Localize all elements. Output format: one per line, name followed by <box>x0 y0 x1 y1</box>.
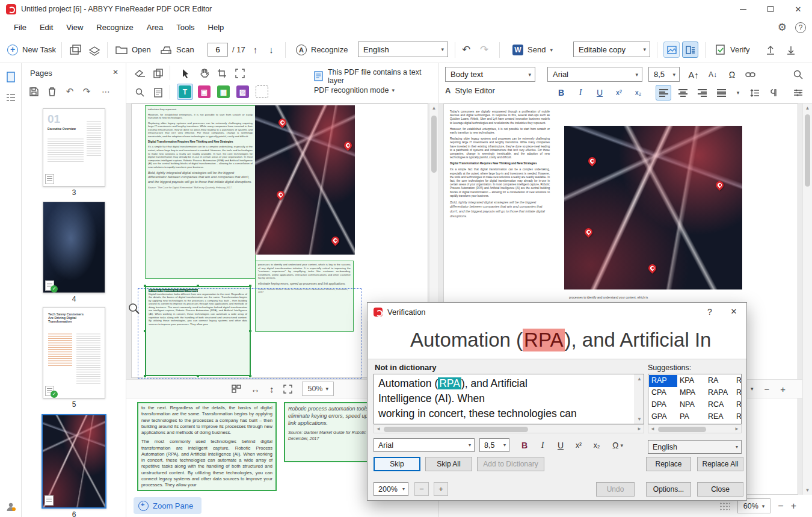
pan-hand-icon[interactable] <box>196 66 212 81</box>
hyperlink-icon[interactable] <box>742 67 758 82</box>
zoom-in-icon[interactable]: + <box>791 501 796 512</box>
increase-font-icon[interactable]: A↑ <box>686 67 701 82</box>
save-results-icon[interactable] <box>786 37 796 63</box>
fit-selection-icon[interactable] <box>232 66 248 81</box>
dialog-symbol-button[interactable]: Ω ▾ <box>607 438 629 452</box>
font-size-select[interactable]: 8,5 ▾ <box>648 67 680 82</box>
send-button[interactable]: W Send ▾ <box>512 37 553 63</box>
pages-close-icon[interactable]: ✕ <box>112 68 118 76</box>
notification-icon[interactable] <box>4 500 17 513</box>
align-center-button[interactable] <box>675 85 691 101</box>
suggestions-hscrollbar[interactable]: ◄ ► <box>648 424 742 433</box>
scan-button[interactable]: Scan <box>160 37 194 63</box>
line-spacing-icon[interactable] <box>747 85 763 101</box>
zoom-out-icon[interactable]: − <box>778 501 783 512</box>
suggestion-item[interactable]: REA <box>706 411 734 423</box>
redo-page-icon[interactable]: ↷ <box>81 85 93 98</box>
context-text-editor[interactable]: Automation (RPA), and Artificial Intelli… <box>374 374 644 424</box>
scroll-down-icon[interactable]: ▼ <box>803 486 812 495</box>
style-editor-button[interactable]: A Style Editor <box>445 86 495 95</box>
pages-panel-icon[interactable] <box>4 70 17 84</box>
page-number-input[interactable] <box>208 43 228 57</box>
outline-panel-icon[interactable] <box>4 91 17 104</box>
dialog-italic-button[interactable]: I <box>535 438 550 452</box>
align-right-button[interactable] <box>694 85 710 101</box>
superscript-button[interactable]: x² <box>611 85 627 101</box>
context-scrollbar[interactable]: ▲ ▼ <box>635 374 644 424</box>
menu-view[interactable]: View <box>60 20 90 35</box>
zoom-out-icon[interactable]: − <box>764 384 769 394</box>
scrollbar-thumb[interactable] <box>431 116 437 173</box>
dialog-zoom-select[interactable]: 200% ▾ <box>374 482 408 496</box>
menu-edit[interactable]: Edit <box>33 20 60 35</box>
page-thumbnail-6-selected[interactable] <box>42 414 106 509</box>
font-family-select[interactable]: Arial ▾ <box>547 67 642 82</box>
view-image-only-toggle[interactable] <box>663 42 680 58</box>
new-task-button[interactable]: + New Task <box>7 37 56 63</box>
suggestions-list[interactable]: RAP KPA RA R CPA MPA RAPA R DPA NPA RCA … <box>648 374 742 424</box>
draw-region-tool[interactable] <box>254 84 270 100</box>
menu-tools[interactable]: Tools <box>170 20 201 35</box>
scroll-left-icon[interactable]: ◄ <box>376 426 381 432</box>
image-region-tool[interactable]: ▣ <box>196 84 212 100</box>
fit-width-icon[interactable]: ↔ <box>251 384 260 394</box>
dialog-font-select[interactable]: Arial ▾ <box>374 438 475 452</box>
copy-area-icon[interactable] <box>150 66 166 81</box>
scrollbar-thumb[interactable] <box>805 114 810 187</box>
layout-icon[interactable] <box>232 385 241 393</box>
select-cursor-icon[interactable] <box>178 66 194 81</box>
resize-grip[interactable] <box>719 502 730 510</box>
suggestion-item[interactable]: GPA <box>649 411 677 423</box>
subscript-button[interactable]: x₂ <box>630 85 646 101</box>
decrease-font-icon[interactable]: A↓ <box>705 67 721 82</box>
analyze-page-icon[interactable] <box>150 85 166 101</box>
dialog-title-bar[interactable]: Verification ? ✕ <box>368 303 746 321</box>
chevron-down-icon[interactable]: ▾ <box>751 386 754 392</box>
suggestion-item[interactable]: RA <box>706 375 734 387</box>
menu-file[interactable]: File <box>7 20 33 35</box>
context-hscrollbar[interactable]: ◄ ► <box>374 424 644 433</box>
scrollbar-thumb[interactable] <box>384 427 528 432</box>
dialog-zoom-out-button[interactable]: − <box>414 482 429 496</box>
dialog-zoom-in-button[interactable]: + <box>434 482 448 496</box>
view-image-text-toggle[interactable] <box>682 42 698 58</box>
suggestion-item[interactable]: R <box>734 387 742 399</box>
zoom-in-icon[interactable]: + <box>780 384 786 394</box>
skip-all-button[interactable]: Skip All <box>425 457 472 471</box>
add-to-dictionary-button[interactable]: Add to Dictionary <box>477 457 544 471</box>
skip-button[interactable]: Skip <box>374 457 420 471</box>
menu-recognize[interactable]: Recognize <box>90 20 140 35</box>
align-left-button[interactable] <box>656 85 671 101</box>
suggestion-item[interactable]: KPA <box>677 375 706 387</box>
scroll-down-icon[interactable]: ▼ <box>635 415 644 424</box>
page-thumbnail-4[interactable]: ✓ <box>43 202 105 293</box>
dialog-help-icon[interactable]: ? <box>704 307 715 317</box>
suggestion-item[interactable]: NPA <box>677 399 706 411</box>
dialog-superscript-button[interactable]: x² <box>571 438 586 452</box>
next-page-icon[interactable]: ↓ <box>265 45 277 55</box>
paragraph-style-select[interactable]: Body text ▾ <box>445 67 535 82</box>
pdf-recognition-mode-dropdown[interactable]: PDF recognition mode ▾ <box>314 86 395 94</box>
crop-icon[interactable] <box>214 66 230 81</box>
suggestion-item[interactable]: CPA <box>649 387 677 399</box>
recognize-button[interactable]: A Recognize <box>296 37 348 63</box>
table-region-tool[interactable]: ▦ <box>215 84 232 100</box>
bold-button[interactable]: B <box>553 85 569 101</box>
fit-page-icon[interactable] <box>283 385 292 394</box>
open-button[interactable]: Open <box>115 37 151 63</box>
eraser-icon[interactable] <box>132 66 148 81</box>
search-icon[interactable] <box>790 67 806 82</box>
text-direction-icon[interactable] <box>766 85 782 101</box>
close-button[interactable]: ✕ <box>784 0 812 18</box>
quick-export-icon[interactable] <box>69 37 82 63</box>
suggestion-item[interactable]: RCA <box>706 399 734 411</box>
selected-text-region[interactable]: A Unique Approach for Every Company Digi… <box>145 286 251 376</box>
menu-help[interactable]: Help <box>201 20 231 35</box>
undo-button[interactable]: ↶ <box>462 37 470 63</box>
help-icon[interactable]: ? <box>795 22 806 33</box>
text-region[interactable]: industries they represent. However, for … <box>145 105 256 279</box>
delete-page-icon[interactable] <box>46 85 58 98</box>
scroll-right-icon[interactable]: ► <box>734 426 739 432</box>
redo-button[interactable]: ↷ <box>480 37 488 63</box>
zoom-area-icon[interactable] <box>132 85 148 101</box>
